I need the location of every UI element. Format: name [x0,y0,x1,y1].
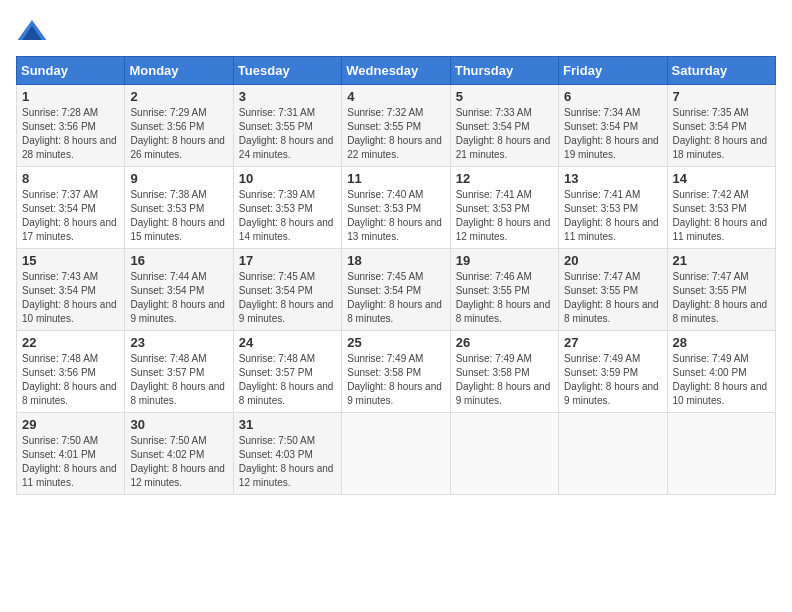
calendar-cell: 18 Sunrise: 7:45 AMSunset: 3:54 PMDaylig… [342,249,450,331]
day-number: 8 [22,171,119,186]
day-number: 4 [347,89,444,104]
day-number: 16 [130,253,227,268]
day-detail: Sunrise: 7:45 AMSunset: 3:54 PMDaylight:… [239,271,334,324]
day-detail: Sunrise: 7:50 AMSunset: 4:01 PMDaylight:… [22,435,117,488]
logo [16,16,52,48]
calendar-cell: 1 Sunrise: 7:28 AMSunset: 3:56 PMDayligh… [17,85,125,167]
day-detail: Sunrise: 7:50 AMSunset: 4:02 PMDaylight:… [130,435,225,488]
day-detail: Sunrise: 7:46 AMSunset: 3:55 PMDaylight:… [456,271,551,324]
day-number: 14 [673,171,770,186]
day-detail: Sunrise: 7:49 AMSunset: 3:59 PMDaylight:… [564,353,659,406]
header-cell-friday: Friday [559,57,667,85]
day-detail: Sunrise: 7:31 AMSunset: 3:55 PMDaylight:… [239,107,334,160]
header-cell-sunday: Sunday [17,57,125,85]
calendar-week-5: 29 Sunrise: 7:50 AMSunset: 4:01 PMDaylig… [17,413,776,495]
day-detail: Sunrise: 7:47 AMSunset: 3:55 PMDaylight:… [564,271,659,324]
day-detail: Sunrise: 7:28 AMSunset: 3:56 PMDaylight:… [22,107,117,160]
day-number: 2 [130,89,227,104]
day-number: 12 [456,171,553,186]
calendar-cell: 10 Sunrise: 7:39 AMSunset: 3:53 PMDaylig… [233,167,341,249]
calendar-cell: 22 Sunrise: 7:48 AMSunset: 3:56 PMDaylig… [17,331,125,413]
day-number: 10 [239,171,336,186]
day-detail: Sunrise: 7:40 AMSunset: 3:53 PMDaylight:… [347,189,442,242]
calendar-cell: 28 Sunrise: 7:49 AMSunset: 4:00 PMDaylig… [667,331,775,413]
day-number: 29 [22,417,119,432]
day-number: 19 [456,253,553,268]
calendar-cell: 19 Sunrise: 7:46 AMSunset: 3:55 PMDaylig… [450,249,558,331]
calendar-cell: 30 Sunrise: 7:50 AMSunset: 4:02 PMDaylig… [125,413,233,495]
calendar-table: SundayMondayTuesdayWednesdayThursdayFrid… [16,56,776,495]
calendar-cell: 2 Sunrise: 7:29 AMSunset: 3:56 PMDayligh… [125,85,233,167]
page-header [16,16,776,48]
day-detail: Sunrise: 7:47 AMSunset: 3:55 PMDaylight:… [673,271,768,324]
calendar-cell [559,413,667,495]
calendar-cell: 26 Sunrise: 7:49 AMSunset: 3:58 PMDaylig… [450,331,558,413]
day-number: 13 [564,171,661,186]
calendar-cell [667,413,775,495]
calendar-cell: 25 Sunrise: 7:49 AMSunset: 3:58 PMDaylig… [342,331,450,413]
calendar-cell: 9 Sunrise: 7:38 AMSunset: 3:53 PMDayligh… [125,167,233,249]
day-number: 18 [347,253,444,268]
day-detail: Sunrise: 7:49 AMSunset: 3:58 PMDaylight:… [347,353,442,406]
day-detail: Sunrise: 7:43 AMSunset: 3:54 PMDaylight:… [22,271,117,324]
calendar-week-2: 8 Sunrise: 7:37 AMSunset: 3:54 PMDayligh… [17,167,776,249]
day-detail: Sunrise: 7:39 AMSunset: 3:53 PMDaylight:… [239,189,334,242]
day-detail: Sunrise: 7:50 AMSunset: 4:03 PMDaylight:… [239,435,334,488]
day-detail: Sunrise: 7:34 AMSunset: 3:54 PMDaylight:… [564,107,659,160]
day-number: 28 [673,335,770,350]
calendar-week-1: 1 Sunrise: 7:28 AMSunset: 3:56 PMDayligh… [17,85,776,167]
day-detail: Sunrise: 7:38 AMSunset: 3:53 PMDaylight:… [130,189,225,242]
day-detail: Sunrise: 7:29 AMSunset: 3:56 PMDaylight:… [130,107,225,160]
header-cell-monday: Monday [125,57,233,85]
calendar-body: 1 Sunrise: 7:28 AMSunset: 3:56 PMDayligh… [17,85,776,495]
header-cell-saturday: Saturday [667,57,775,85]
logo-icon [16,16,48,48]
day-detail: Sunrise: 7:48 AMSunset: 3:57 PMDaylight:… [239,353,334,406]
day-detail: Sunrise: 7:48 AMSunset: 3:56 PMDaylight:… [22,353,117,406]
day-number: 15 [22,253,119,268]
calendar-cell: 14 Sunrise: 7:42 AMSunset: 3:53 PMDaylig… [667,167,775,249]
calendar-cell: 23 Sunrise: 7:48 AMSunset: 3:57 PMDaylig… [125,331,233,413]
header-cell-thursday: Thursday [450,57,558,85]
day-detail: Sunrise: 7:42 AMSunset: 3:53 PMDaylight:… [673,189,768,242]
calendar-cell: 5 Sunrise: 7:33 AMSunset: 3:54 PMDayligh… [450,85,558,167]
calendar-cell: 20 Sunrise: 7:47 AMSunset: 3:55 PMDaylig… [559,249,667,331]
day-detail: Sunrise: 7:49 AMSunset: 3:58 PMDaylight:… [456,353,551,406]
calendar-cell: 29 Sunrise: 7:50 AMSunset: 4:01 PMDaylig… [17,413,125,495]
day-number: 5 [456,89,553,104]
calendar-cell: 21 Sunrise: 7:47 AMSunset: 3:55 PMDaylig… [667,249,775,331]
calendar-cell: 27 Sunrise: 7:49 AMSunset: 3:59 PMDaylig… [559,331,667,413]
calendar-cell: 11 Sunrise: 7:40 AMSunset: 3:53 PMDaylig… [342,167,450,249]
calendar-header-row: SundayMondayTuesdayWednesdayThursdayFrid… [17,57,776,85]
day-number: 30 [130,417,227,432]
day-number: 6 [564,89,661,104]
day-number: 25 [347,335,444,350]
header-cell-tuesday: Tuesday [233,57,341,85]
calendar-cell: 6 Sunrise: 7:34 AMSunset: 3:54 PMDayligh… [559,85,667,167]
calendar-cell: 17 Sunrise: 7:45 AMSunset: 3:54 PMDaylig… [233,249,341,331]
calendar-cell: 16 Sunrise: 7:44 AMSunset: 3:54 PMDaylig… [125,249,233,331]
calendar-cell [450,413,558,495]
calendar-cell: 12 Sunrise: 7:41 AMSunset: 3:53 PMDaylig… [450,167,558,249]
day-detail: Sunrise: 7:45 AMSunset: 3:54 PMDaylight:… [347,271,442,324]
day-number: 24 [239,335,336,350]
calendar-cell: 7 Sunrise: 7:35 AMSunset: 3:54 PMDayligh… [667,85,775,167]
calendar-cell: 4 Sunrise: 7:32 AMSunset: 3:55 PMDayligh… [342,85,450,167]
day-number: 26 [456,335,553,350]
day-number: 9 [130,171,227,186]
calendar-week-4: 22 Sunrise: 7:48 AMSunset: 3:56 PMDaylig… [17,331,776,413]
header-cell-wednesday: Wednesday [342,57,450,85]
calendar-cell: 13 Sunrise: 7:41 AMSunset: 3:53 PMDaylig… [559,167,667,249]
day-number: 11 [347,171,444,186]
day-number: 22 [22,335,119,350]
day-detail: Sunrise: 7:35 AMSunset: 3:54 PMDaylight:… [673,107,768,160]
day-number: 17 [239,253,336,268]
calendar-cell: 31 Sunrise: 7:50 AMSunset: 4:03 PMDaylig… [233,413,341,495]
day-detail: Sunrise: 7:48 AMSunset: 3:57 PMDaylight:… [130,353,225,406]
day-detail: Sunrise: 7:32 AMSunset: 3:55 PMDaylight:… [347,107,442,160]
day-detail: Sunrise: 7:33 AMSunset: 3:54 PMDaylight:… [456,107,551,160]
day-number: 1 [22,89,119,104]
day-number: 20 [564,253,661,268]
calendar-cell [342,413,450,495]
day-number: 23 [130,335,227,350]
